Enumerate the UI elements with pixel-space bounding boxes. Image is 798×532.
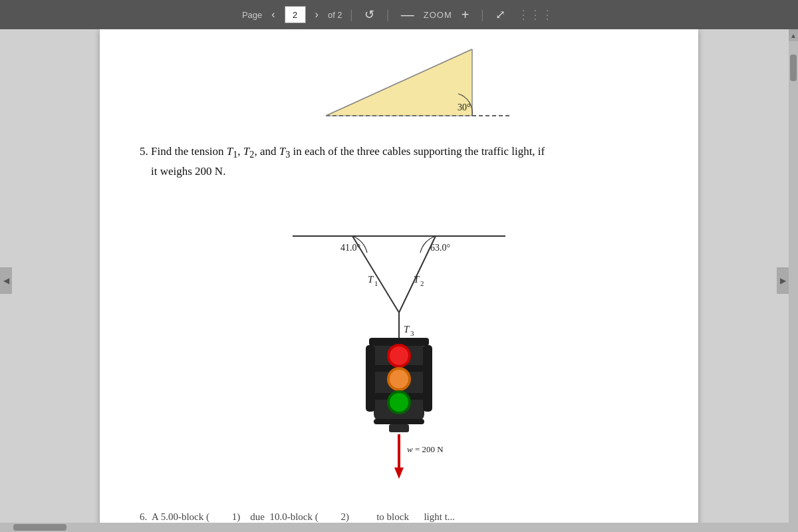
scroll-thumb-horizontal[interactable] [13,524,66,531]
problem-5-text: 5. Find the tension T1, T2, and T3 in ea… [140,142,658,180]
zoom-label: ZOOM [424,10,452,20]
scroll-thumb-vertical[interactable] [790,55,797,81]
toolbar: Page ‹ › of 2 | ↺ | — ZOOM + | ⤢ ⋮⋮⋮ [0,0,798,29]
svg-text:T: T [368,274,374,285]
svg-rect-30 [366,345,375,412]
svg-point-25 [390,370,408,388]
svg-text:w: w [407,444,413,454]
top-diagram: 30° [140,29,658,122]
traffic-light-svg: 41.0° 63.0° T 1 T 2 T 3 [266,196,532,482]
svg-text:= 200 N: = 200 N [415,444,444,454]
svg-text:41.0°: 41.0° [340,243,360,253]
svg-text:63.0°: 63.0° [430,243,450,253]
inclined-plane-svg: 30° [286,29,512,122]
scrollbar-right[interactable]: ▲ [789,29,798,532]
svg-text:T: T [414,274,420,285]
svg-text:3: 3 [410,329,414,337]
svg-text:30°: 30° [458,102,471,112]
page-total: of 2 [328,10,342,20]
fullscreen-button[interactable]: ⤢ [491,6,509,23]
svg-point-23 [390,346,408,365]
svg-point-27 [390,393,408,412]
scroll-up-arrow[interactable]: ▲ [789,29,798,41]
svg-rect-29 [389,424,409,432]
svg-rect-31 [423,345,432,412]
next-page-button[interactable]: › [311,7,323,22]
svg-rect-28 [374,419,424,424]
divider-1: | [350,8,353,22]
reset-view-button[interactable]: ↺ [360,6,378,23]
zoom-in-button[interactable]: + [458,6,473,24]
page-number-input[interactable] [285,6,306,23]
scrollbar-bottom[interactable] [0,523,789,532]
traffic-light-diagram: 41.0° 63.0° T 1 T 2 T 3 [140,196,658,482]
svg-text:1: 1 [374,279,378,287]
zoom-out-button[interactable]: — [397,6,418,24]
page-label: Page [242,10,262,20]
divider-3: | [481,8,484,22]
prev-page-button[interactable]: ‹ [267,7,279,22]
problem-5-number: 5. [140,145,151,158]
scroll-right-button[interactable]: ▶ [777,267,789,294]
divider-2: | [386,8,389,22]
svg-text:T: T [404,324,410,334]
svg-text:2: 2 [420,279,424,287]
scroll-left-button[interactable]: ◀ [0,267,12,294]
page-document: 30° 5. Find the tension T1, T2, and T3 i… [100,29,698,532]
divider-4: ⋮⋮⋮ [517,7,553,22]
content-area: 30° 5. Find the tension T1, T2, and T3 i… [0,29,798,532]
bottom-partial-text: 6. A 5.00-block ( 1) due 10.0-block ( 2)… [140,511,689,523]
svg-marker-33 [394,467,404,479]
